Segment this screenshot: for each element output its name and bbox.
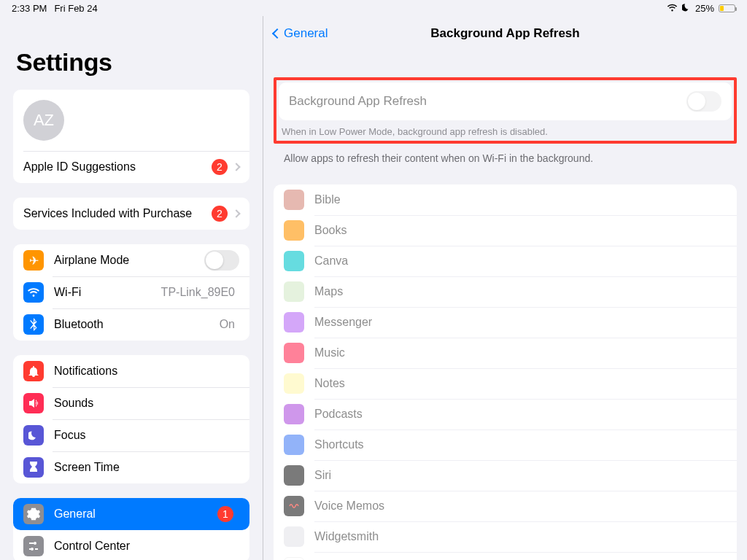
badge: 1 [217,506,233,522]
app-icon [284,220,304,241]
sidebar-item-focus[interactable]: Focus [13,419,249,451]
app-label: Canva [314,254,348,268]
label: Control Center [54,540,239,553]
app-row: Maps [274,276,737,307]
app-row: Notes [274,368,737,399]
moon-icon [23,425,44,446]
status-date: Fri Feb 24 [54,3,97,14]
wifi-icon [23,282,44,303]
gear-icon [23,504,44,524]
app-row: Shortcuts [274,429,737,460]
label: Services Included with Purchase [23,207,212,220]
app-icon [284,526,304,547]
app-row: Messenger [274,307,737,338]
sidebar-item-sounds[interactable]: Sounds [13,387,249,419]
app-row: Music [274,338,737,368]
wifi-value: TP-Link_89E0 [161,286,235,299]
status-time: 2:33 PM [12,3,47,14]
app-icon [284,373,304,394]
apps-list: BibleBooksCanvaMapsMessengerMusicNotesPo… [274,184,737,560]
label: Airplane Mode [54,254,204,267]
airplane-icon: ✈︎ [23,250,44,271]
sidebar-item-wifi[interactable]: Wi-Fi TP-Link_89E0 [13,276,249,308]
app-icon [284,496,304,516]
sidebar-item-bluetooth[interactable]: Bluetooth On [13,308,249,341]
sidebar-item-control-center[interactable]: Control Center [13,530,249,560]
app-icon [284,557,304,560]
page-title: Settings [16,48,249,77]
app-label: Widgetsmith [314,530,379,543]
app-row: Widgetsmith [274,521,737,552]
app-label: Siri [314,469,331,482]
wifi-icon [667,3,678,14]
app-label: Bible [314,193,341,206]
bell-icon [23,361,44,381]
chevron-left-icon [272,28,282,39]
app-label: Messenger [314,316,372,329]
app-label: Books [314,224,347,237]
app-icon [284,190,304,210]
avatar: AZ [23,100,64,141]
sliders-icon [23,536,44,556]
app-row: Canva [274,246,737,276]
sidebar-item-airplane-mode[interactable]: ✈︎ Airplane Mode [13,244,249,276]
services-included-row[interactable]: Services Included with Purchase 2 [13,198,249,230]
label: Screen Time [54,461,239,474]
badge: 2 [212,206,228,222]
sidebar-item-screen-time[interactable]: Screen Time [13,451,249,483]
badge: 2 [212,159,228,175]
label: Notifications [54,365,239,378]
app-icon [284,404,304,424]
app-label: Shortcuts [314,438,364,451]
app-label: Notes [314,377,345,390]
app-icon [284,435,304,455]
app-label: Podcasts [314,408,363,421]
apple-id-avatar-row[interactable]: AZ [13,90,249,151]
app-row: YouTube [274,552,737,560]
airplane-mode-toggle[interactable] [204,250,239,271]
chevron-right-icon [232,209,240,217]
app-row: Bible [274,184,737,215]
label: Sounds [54,397,239,410]
apple-id-suggestions-row[interactable]: Apple ID Suggestions 2 [13,151,249,183]
bluetooth-icon [23,314,44,335]
label: Focus [54,429,239,442]
chevron-right-icon [232,163,240,171]
back-label: General [284,26,328,41]
nav-bar: General Background App Refresh [263,16,747,51]
app-icon [284,251,304,271]
moon-icon [682,3,691,14]
status-bar: 2:33 PM Fri Feb 24 25% [0,0,747,16]
background-app-refresh-toggle-row: Background App Refresh [279,82,732,120]
sidebar-item-notifications[interactable]: Notifications [13,355,249,387]
app-row: Voice Memos [274,491,737,521]
app-row: Books [274,215,737,246]
detail-pane: General Background App Refresh Backgroun… [263,16,747,560]
app-label: Maps [314,285,343,298]
highlight-box: Background App Refresh When in Low Power… [274,77,737,144]
helper-text: Allow apps to refresh their content when… [274,144,737,173]
label: Wi-Fi [54,286,161,299]
app-label: Music [314,346,345,359]
label: General [54,508,217,521]
battery-percent: 25% [695,3,714,14]
battery-icon [719,4,735,12]
speaker-icon [23,393,44,413]
settings-sidebar: Settings AZ Apple ID Suggestions 2 Servi… [0,16,263,560]
sidebar-item-general[interactable]: General 1 [13,498,249,530]
bluetooth-value: On [220,318,235,331]
app-row: Podcasts [274,399,737,429]
app-icon [284,281,304,302]
label: Apple ID Suggestions [23,160,212,174]
app-icon [284,343,304,363]
background-app-refresh-toggle[interactable] [686,91,721,112]
label: Bluetooth [54,318,220,331]
hourglass-icon [23,457,44,478]
app-icon [284,465,304,486]
nav-title: Background App Refresh [263,26,747,41]
app-row: Siri [274,460,737,491]
back-button[interactable]: General [274,26,328,41]
toggle-label: Background App Refresh [289,94,427,109]
app-label: Voice Memos [314,499,384,513]
app-icon [284,312,304,332]
